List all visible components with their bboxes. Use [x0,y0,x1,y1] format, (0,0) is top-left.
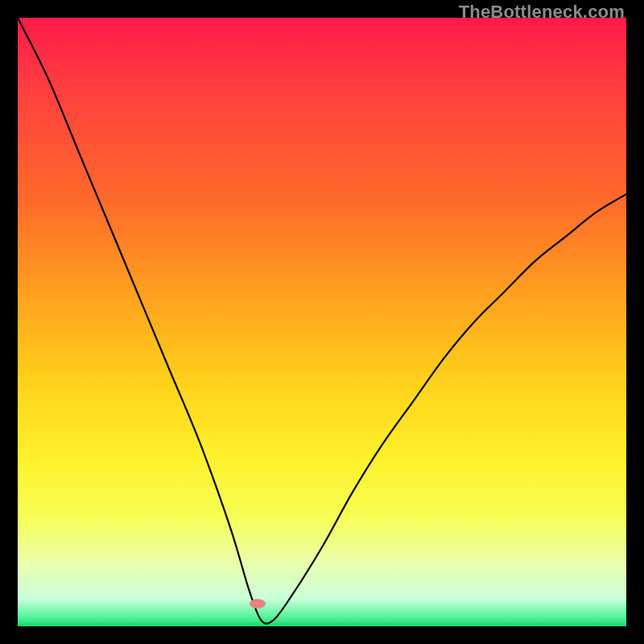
plot-area [18,18,626,626]
chart-svg [18,18,626,626]
svg-rect-0 [18,18,626,626]
chart-frame: TheBottleneck.com [0,0,644,644]
watermark-text: TheBottleneck.com [459,2,625,23]
optimum-marker [250,599,266,609]
